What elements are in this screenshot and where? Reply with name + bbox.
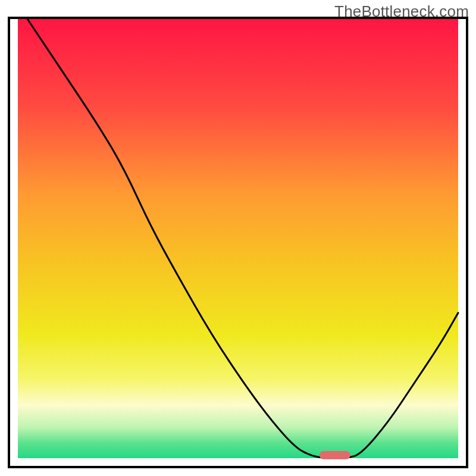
plot-background (18, 18, 458, 458)
chart-container: TheBottleneck.com (0, 0, 476, 476)
optimal-marker (320, 451, 350, 459)
bottleneck-chart (0, 0, 476, 476)
plot-area (18, 18, 458, 459)
